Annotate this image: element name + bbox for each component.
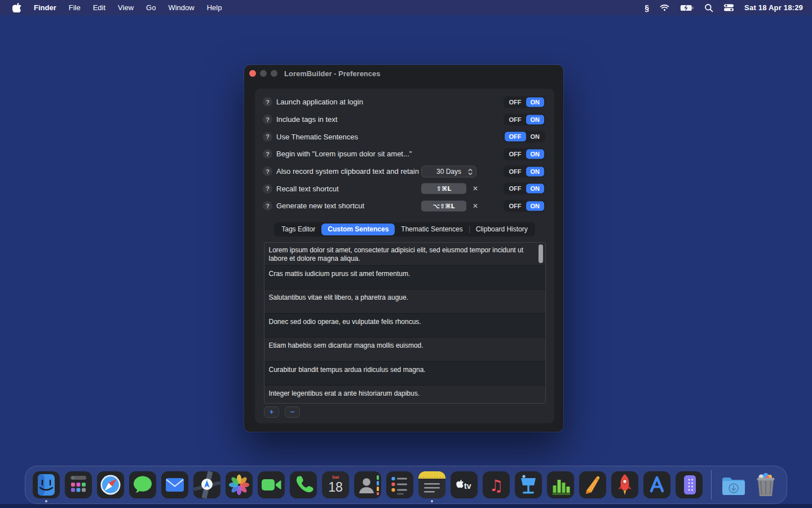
help-button[interactable]: ? — [263, 201, 272, 211]
menu-item-view[interactable]: View — [112, 0, 140, 15]
menu-item-finder[interactable]: Finder — [28, 0, 63, 15]
dock-item-facetime[interactable] — [257, 470, 286, 500]
toggle-include-tags: OFF ON — [504, 113, 546, 125]
setting-label: Begin with "Lorem ipsum dolor sit amet..… — [276, 150, 412, 158]
help-button[interactable]: ? — [263, 132, 272, 142]
tab-clipboard-history[interactable]: Clipboard History — [470, 224, 534, 235]
toggle-on[interactable]: ON — [526, 149, 545, 159]
toggle-clipboard-retention: OFF ON — [504, 165, 546, 177]
dock-item-trash[interactable] — [751, 470, 780, 500]
downloads-folder-icon — [719, 470, 748, 500]
tab-tags-editor[interactable]: Tags Editor — [275, 224, 321, 235]
dock-item-photos[interactable] — [224, 470, 254, 500]
generate-shortcut-field[interactable]: ⌥⇧⌘L — [421, 200, 466, 211]
calendar-icon: Sat 18 — [321, 470, 350, 500]
phone-icon — [289, 470, 318, 500]
apple-menu-icon[interactable] — [12, 3, 22, 12]
menu-item-edit[interactable]: Edit — [87, 0, 112, 15]
remove-sentence-button[interactable]: − — [285, 406, 300, 418]
dock-item-safari[interactable] — [96, 470, 125, 500]
toggle-off[interactable]: OFF — [505, 201, 526, 211]
list-item[interactable]: Lorem ipsum dolor sit amet, consectetur … — [264, 243, 545, 266]
dock-item-rocket[interactable] — [610, 470, 639, 500]
dock-item-iphone-mirroring[interactable] — [674, 470, 704, 500]
toggle-on[interactable]: ON — [526, 167, 545, 176]
pages-icon — [578, 470, 607, 500]
wifi-icon[interactable] — [660, 4, 669, 11]
toggle-on[interactable]: ON — [526, 201, 545, 211]
retention-dropdown-value: 30 Days — [436, 168, 461, 176]
setting-label: Also record system clipboard text and re… — [276, 167, 430, 176]
toggle-off[interactable]: OFF — [505, 97, 526, 107]
zoom-button[interactable] — [271, 70, 277, 77]
menu-item-window[interactable]: Window — [162, 0, 200, 15]
toggle-off[interactable]: OFF — [505, 115, 526, 124]
menu-item-go[interactable]: Go — [140, 0, 162, 15]
list-item[interactable]: Salutantibus vitae elit libero, a pharet… — [264, 290, 545, 314]
toggle-on[interactable]: ON — [526, 115, 545, 124]
toggle-on[interactable]: ON — [526, 132, 545, 142]
list-item[interactable]: Integer legentibus erat a ante historiar… — [264, 386, 545, 404]
toggle-off[interactable]: OFF — [505, 149, 526, 159]
setting-row-generate-shortcut: ? Generate new text shortcut ⌥⇧⌘L ✕ OFF … — [255, 198, 554, 215]
toggle-off[interactable]: OFF — [505, 167, 526, 176]
dock-item-notes[interactable] — [417, 470, 447, 500]
dock-item-finder[interactable] — [32, 470, 61, 500]
list-item[interactable]: Curabitur blandit tempus ardua ridiculus… — [264, 362, 545, 386]
list-item[interactable]: Cras mattis iudicium purus sit amet ferm… — [264, 266, 545, 290]
dock-item-keynote[interactable] — [514, 470, 543, 500]
dock-divider — [711, 470, 712, 500]
svg-text:18: 18 — [328, 480, 343, 494]
list-item[interactable]: Etiam habebis sem dicantur magna mollis … — [264, 338, 545, 362]
setting-row-clipboard-retention: ? Also record system clipboard text and … — [255, 163, 554, 180]
search-icon[interactable] — [704, 3, 713, 12]
toggle-off[interactable]: OFF — [505, 184, 526, 194]
add-sentence-button[interactable]: + — [264, 406, 279, 418]
dock-item-mail[interactable] — [160, 470, 189, 500]
dock-item-apple-tv[interactable]: tv — [449, 470, 479, 500]
help-button[interactable]: ? — [263, 97, 272, 107]
dock-item-reminders[interactable] — [385, 470, 414, 500]
menu-bar-status-area: § — [645, 3, 803, 12]
tab-custom-sentences[interactable]: Custom Sentences — [321, 224, 395, 235]
help-button[interactable]: ? — [263, 184, 272, 194]
retention-dropdown[interactable]: 30 Days — [421, 165, 476, 177]
dock-item-messages[interactable] — [128, 470, 157, 500]
menu-bar: Finder File Edit View Go Window Help § — [0, 0, 812, 15]
clear-shortcut-button[interactable]: ✕ — [471, 202, 480, 210]
setting-label: Launch application at login — [276, 98, 363, 106]
dock-item-numbers[interactable] — [546, 470, 575, 500]
control-center-icon[interactable] — [724, 4, 734, 11]
menu-bar-clock[interactable]: Sat 18 Apr 18:29 — [744, 3, 803, 12]
toggle-off[interactable]: OFF — [505, 132, 526, 142]
toggle-on[interactable]: ON — [526, 184, 545, 194]
menu-item-help[interactable]: Help — [201, 0, 228, 15]
toggle-on[interactable]: ON — [526, 97, 545, 107]
dock-item-music[interactable]: ♫ — [482, 470, 511, 500]
dock-item-downloads[interactable] — [719, 470, 748, 500]
dock-item-contacts[interactable] — [353, 470, 382, 500]
dock-item-phone[interactable] — [289, 470, 318, 500]
close-button[interactable] — [249, 70, 256, 77]
list-item[interactable]: Donec sed odio operae, eu vulputate feli… — [264, 314, 545, 338]
help-button[interactable]: ? — [263, 115, 272, 124]
title-bar: LoremBuilder - Preferences — [244, 65, 563, 89]
recall-shortcut-field[interactable]: ⇧⌘L — [421, 183, 466, 194]
paragraph-status-icon[interactable]: § — [645, 3, 649, 12]
dropdown-chevrons-icon — [468, 168, 473, 176]
dock-item-maps[interactable] — [192, 470, 222, 500]
dock-item-launchpad[interactable] — [64, 470, 93, 500]
battery-charging-icon[interactable] — [680, 4, 694, 12]
help-button[interactable]: ? — [263, 149, 272, 159]
dock-item-pages[interactable] — [578, 470, 607, 500]
tab-thematic-sentences[interactable]: Thematic Sentences — [395, 224, 469, 235]
scrollbar-thumb[interactable] — [539, 244, 543, 263]
clear-shortcut-button[interactable]: ✕ — [471, 185, 480, 192]
menu-item-file[interactable]: File — [63, 0, 87, 15]
dock-item-app-store[interactable] — [642, 470, 672, 500]
dock-item-calendar[interactable]: Sat 18 — [321, 470, 350, 500]
help-button[interactable]: ? — [263, 167, 272, 176]
window-controls — [249, 70, 277, 77]
svg-text:Sat: Sat — [332, 475, 339, 480]
minimize-button[interactable] — [260, 70, 267, 77]
